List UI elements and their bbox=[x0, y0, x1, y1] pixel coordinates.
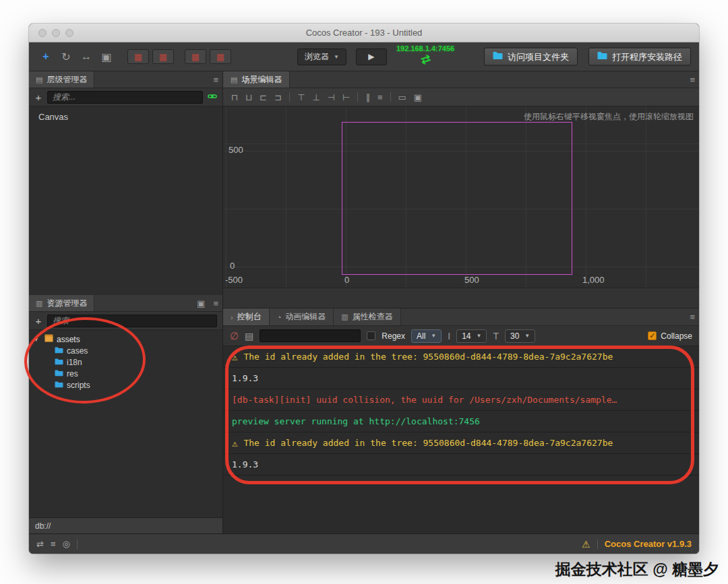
expander-icon[interactable]: ▾ bbox=[34, 335, 41, 343]
rect-tool-icon[interactable]: ▣ bbox=[96, 48, 117, 65]
tab-assets[interactable]: ▥ 资源管理器 bbox=[29, 295, 94, 311]
console-log-row[interactable]: preview server running at http://localho… bbox=[223, 411, 699, 432]
hierarchy-node-canvas[interactable]: Canvas bbox=[38, 112, 68, 122]
hierarchy-title: 层级管理器 bbox=[47, 74, 87, 86]
scene-tool-icon[interactable]: ▭ bbox=[398, 92, 406, 102]
clear-console-button[interactable]: ∅ bbox=[230, 330, 239, 342]
scene-tool-icon[interactable]: ⊥ bbox=[312, 92, 320, 102]
link-icon[interactable] bbox=[208, 91, 217, 103]
move-tool-icon[interactable]: + bbox=[36, 48, 56, 65]
scene-viewport[interactable]: 使用鼠标右键平移视窗焦点，使用滚轮缩放视图 500 0 -500 0 500 1… bbox=[223, 106, 699, 288]
compile-sync-icon[interactable]: ⇄ bbox=[419, 52, 432, 67]
gizmo-position-button[interactable]: ▦ bbox=[127, 49, 149, 64]
scene-tool-icon[interactable]: ≡ bbox=[377, 92, 383, 102]
open-project-folder-button[interactable]: 访问项目文件夹 bbox=[484, 48, 578, 66]
gizmo-toggle-a-button[interactable]: ▦ bbox=[185, 49, 206, 64]
tree-row-assets[interactable]: ▾ assets bbox=[34, 333, 222, 345]
preview-cluster: 浏览器 ▼ ▶ 192.168.1.4:7456 ⇄ bbox=[297, 48, 454, 65]
assets-menu-icon[interactable]: ≡ bbox=[209, 298, 222, 309]
design-resolution-rect bbox=[342, 122, 572, 275]
hierarchy-toolbar: + bbox=[29, 88, 222, 106]
gizmo-toggle-group: ▦ ▦ bbox=[127, 49, 174, 64]
project-buttons-cluster: 访问项目文件夹 打开程序安装路径 bbox=[484, 48, 691, 66]
popout-icon[interactable]: ▣ bbox=[193, 298, 209, 309]
folder-icon bbox=[55, 346, 63, 356]
main-content: ▤ 层级管理器 ≡ + Canvas bbox=[29, 71, 699, 533]
browser-dropdown[interactable]: 浏览器 ▼ bbox=[297, 48, 346, 65]
warning-icon[interactable]: ⚠ bbox=[582, 539, 590, 550]
add-asset-button[interactable]: + bbox=[34, 315, 42, 327]
sync-icon[interactable]: ⇄ bbox=[36, 539, 44, 549]
console-log-row[interactable]: ⚠ The id already added in the tree: 9550… bbox=[223, 432, 699, 454]
x-axis-label: -500 bbox=[225, 275, 243, 285]
y-axis-label: 500 bbox=[229, 145, 243, 155]
tree-row-cases[interactable]: cases bbox=[34, 345, 222, 356]
tab-property-inspector[interactable]: ▥ 属性检查器 bbox=[334, 309, 400, 325]
console-log-row[interactable]: [db-task][init] uuid collision, the uuid… bbox=[223, 389, 699, 411]
hierarchy-menu-icon[interactable]: ≡ bbox=[209, 75, 222, 85]
zoom-window-button[interactable] bbox=[65, 29, 73, 37]
console-log-row[interactable]: 1.9.3 bbox=[223, 454, 699, 476]
scale-tool-icon[interactable]: ↔ bbox=[76, 48, 96, 65]
scene-tool-icon[interactable]: ⊤ bbox=[297, 92, 305, 102]
tab-animation-editor[interactable]: ◔ 动画编辑器 bbox=[270, 309, 334, 325]
line-height-dropdown[interactable]: 30 ▼ bbox=[505, 329, 535, 343]
scene-tool-icon[interactable]: ⊐ bbox=[274, 92, 282, 102]
tab-console[interactable]: › 控制台 bbox=[223, 309, 270, 325]
database-icon[interactable]: ≡ bbox=[51, 539, 56, 549]
scene-tool-icon[interactable]: ▣ bbox=[414, 92, 422, 102]
scene-tool-icon[interactable]: ⊢ bbox=[342, 92, 350, 102]
page-background: Cocos Creator - 193 - Untitled + ↻ ↔ ▣ ▦… bbox=[0, 0, 728, 584]
console-filter-input[interactable] bbox=[260, 329, 361, 342]
hierarchy-search-input[interactable] bbox=[47, 91, 203, 104]
minimize-window-button[interactable] bbox=[52, 29, 60, 37]
scene-tool-icon[interactable]: ⊔ bbox=[245, 92, 252, 102]
eye-icon[interactable]: ◎ bbox=[63, 539, 70, 549]
tree-row-res[interactable]: res bbox=[34, 368, 222, 379]
console-log-row[interactable]: 1.9.3 bbox=[223, 368, 699, 389]
play-button[interactable]: ▶ bbox=[356, 48, 387, 65]
scene-menu-icon[interactable]: ≡ bbox=[686, 75, 699, 85]
console-log-text: 1.9.3 bbox=[232, 373, 258, 383]
assets-search-input[interactable] bbox=[47, 315, 217, 327]
regex-checkbox[interactable] bbox=[367, 331, 375, 340]
scene-tool-icon[interactable]: ⊏ bbox=[260, 92, 267, 102]
scene-tool-icon[interactable]: ⊓ bbox=[231, 92, 238, 102]
font-size-value: 14 bbox=[462, 331, 471, 341]
console-log-text: The id already added in the tree: 955086… bbox=[243, 352, 613, 362]
watermark-text: 掘金技术社区 @ 糖墨夕 bbox=[555, 559, 719, 580]
hierarchy-icon: ▤ bbox=[36, 75, 42, 84]
open-log-file-button[interactable]: ▤ bbox=[245, 331, 253, 342]
scene-tool-icon[interactable]: ∥ bbox=[365, 92, 370, 102]
close-window-button[interactable] bbox=[38, 29, 47, 37]
gizmo-toggle-b-button[interactable]: ▦ bbox=[210, 49, 231, 64]
console-menu-icon[interactable]: ≡ bbox=[686, 312, 699, 322]
scene-tab-bar: ▤ 场景编辑器 ≡ bbox=[223, 71, 699, 88]
console-log-text: preview server running at http://localho… bbox=[232, 416, 480, 426]
gizmo-toggle-group-2: ▦ ▦ bbox=[185, 49, 231, 64]
folder-icon bbox=[55, 381, 63, 390]
scene-tab-label: 场景编辑器 bbox=[241, 74, 282, 86]
tab-hierarchy[interactable]: ▤ 层级管理器 bbox=[29, 71, 94, 88]
tree-row-i18n[interactable]: i18n bbox=[34, 356, 222, 368]
add-node-button[interactable]: + bbox=[34, 92, 42, 103]
tab-scene-editor[interactable]: ▤ 场景编辑器 bbox=[223, 71, 290, 88]
divider bbox=[289, 92, 290, 102]
tree-row-scripts[interactable]: scripts bbox=[34, 379, 222, 391]
scene-hint-text: 使用鼠标右键平移视窗焦点，使用滚轮缩放视图 bbox=[524, 111, 694, 123]
window-title: Cocos Creator - 193 - Untitled bbox=[306, 28, 423, 38]
package-icon bbox=[44, 334, 53, 344]
scene-tool-icon[interactable]: ⊣ bbox=[328, 92, 335, 102]
gizmo-rotation-button[interactable]: ▦ bbox=[152, 49, 174, 64]
console-log-row[interactable]: ⚠ The id already added in the tree: 9550… bbox=[223, 346, 699, 368]
rotate-tool-icon[interactable]: ↻ bbox=[56, 48, 76, 65]
open-install-path-button[interactable]: 打开程序安装路径 bbox=[588, 48, 691, 66]
font-size-dropdown[interactable]: 14 ▼ bbox=[456, 329, 487, 343]
collapse-option: ✓ Collapse bbox=[648, 331, 692, 341]
tree-label: scripts bbox=[67, 381, 90, 390]
status-bar: ⇄ ≡ ◎ ⚠ Cocos Creator v1.9.3 bbox=[29, 533, 699, 554]
log-level-dropdown[interactable]: All ▼ bbox=[411, 329, 442, 343]
folder-icon bbox=[597, 52, 607, 62]
collapse-checkbox[interactable]: ✓ bbox=[648, 331, 657, 340]
assets-path-bar: db:// bbox=[29, 517, 222, 533]
